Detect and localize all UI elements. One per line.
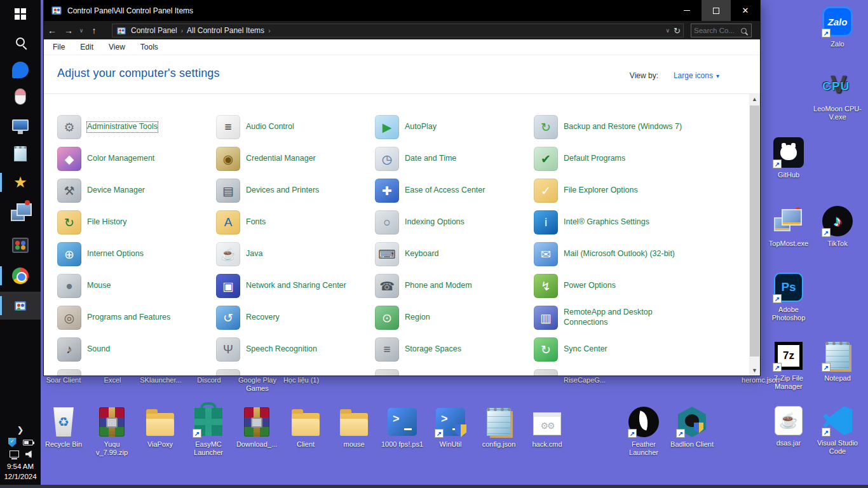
desktop-icon-feather-launcher[interactable]: ↗Feather Launcher — [619, 405, 668, 457]
desktop-icon-7-zip-file-manager[interactable]: 7z↗7-Zip File Manager — [764, 339, 813, 391]
cp-item-clipped[interactable] — [54, 365, 213, 376]
taskbar-item-computer[interactable] — [0, 111, 41, 139]
cp-item[interactable]: ✓File Explorer Options — [531, 175, 689, 207]
desktop-icon-dsas-jar[interactable]: dsas.jar — [764, 404, 813, 447]
cp-item[interactable]: ↻File History — [54, 207, 213, 238]
security-shield-icon[interactable]: ✓ — [8, 438, 17, 447]
taskbar-item-control-panel[interactable] — [0, 292, 41, 320]
battery-icon[interactable] — [23, 440, 33, 445]
taskbar-item-cortana-blob[interactable] — [0, 56, 41, 84]
taskbar-item-chrome[interactable] — [0, 262, 41, 290]
cp-item[interactable]: ΨSpeech Recognition — [213, 334, 372, 365]
network-icon[interactable] — [10, 451, 19, 458]
cp-item[interactable]: ↻Backup and Restore (Windows 7) — [531, 111, 689, 143]
search-box[interactable] — [691, 24, 752, 37]
menu-item-edit[interactable]: Edit — [80, 43, 93, 51]
cp-item[interactable]: ☕Java — [213, 238, 372, 270]
search-input[interactable] — [691, 27, 741, 34]
desktop-icon-github[interactable]: ↗GitHub — [764, 136, 813, 179]
address-dropdown-chevron[interactable]: ∨ — [666, 27, 670, 34]
cp-item[interactable]: ↻Sync Center — [531, 334, 689, 365]
cp-item[interactable]: ⚙Administrative Tools — [54, 111, 213, 143]
back-button[interactable]: ← — [44, 25, 60, 36]
cp-item-clipped[interactable] — [213, 365, 372, 376]
desktop-icon-viapoxy[interactable]: ViaPoxy — [135, 405, 185, 449]
taskbar-item-starred-app[interactable]: ★ — [0, 168, 41, 196]
scrollbar[interactable]: ▲ ▼ — [749, 94, 760, 376]
cp-item[interactable]: ◆Color Management — [54, 143, 213, 175]
cp-item[interactable]: ↯Power Options — [531, 270, 689, 302]
desktop-icon-mouse[interactable]: mouse — [329, 405, 379, 449]
cp-item[interactable]: ≡Audio Control — [213, 111, 372, 143]
cp-item[interactable]: ✚Ease of Access Center — [372, 175, 531, 207]
desktop-icon-config-json[interactable]: config.json — [474, 405, 524, 449]
cp-item[interactable]: ✉Mail (Microsoft Outlook) (32-bit) — [531, 238, 689, 270]
cp-item[interactable]: ▶AutoPlay — [372, 111, 531, 143]
maximize-button[interactable] — [702, 0, 731, 21]
taskbar-item-color-dots-app[interactable] — [0, 231, 41, 259]
menu-item-tools[interactable]: Tools — [140, 43, 158, 51]
desktop-icon-zalo[interactable]: Zalo↗Zalo — [813, 5, 862, 48]
desktop-icon-leomoon-cpu-v-exe[interactable]: LeoMoon CPU-V.exe — [813, 70, 862, 121]
cp-item[interactable]: ⚒Device Manager — [54, 175, 213, 207]
cp-item[interactable]: ▤Devices and Printers — [213, 175, 372, 207]
up-button[interactable]: ↑ — [86, 25, 102, 36]
desktop-icon-download-[interactable]: Download_... — [232, 405, 281, 449]
cp-item[interactable]: AFonts — [213, 207, 372, 238]
menu-item-view[interactable]: View — [109, 43, 125, 51]
desktop-icon-1000-fps-ps1[interactable]: 1000 fps!.ps1 — [377, 405, 427, 449]
cp-item[interactable]: ▣Network and Sharing Center — [213, 270, 372, 302]
window-titlebar[interactable]: Control Panel\All Control Panel Items ✕ — [44, 0, 760, 21]
desktop-icon-easymc-launcher[interactable]: ↗EasyMC Launcher — [184, 405, 233, 457]
close-button[interactable]: ✕ — [731, 0, 760, 21]
address-field[interactable]: Control Panel›All Control Panel Items› ∨… — [112, 24, 684, 37]
forward-button[interactable]: → — [60, 25, 77, 36]
desktop-icon-tiktok[interactable]: ↗TikTok — [813, 205, 862, 248]
cp-item[interactable]: iIntel® Graphics Settings — [531, 207, 689, 238]
start-button[interactable] — [0, 0, 41, 28]
volume-button[interactable]: )) — [25, 451, 31, 458]
desktop-icon-yuqu-v-7-99-zip[interactable]: Yuqu v_7.99.zip — [87, 405, 137, 457]
cp-item[interactable]: ⊕Internet Options — [54, 238, 213, 270]
taskbar-item-notepad[interactable] — [0, 140, 41, 168]
taskbar-clock[interactable]: 9:54 AM 12/1/2024 — [0, 461, 41, 488]
desktop-icon-visual-studio-code[interactable]: ↗Visual Studio Code — [813, 404, 862, 456]
cp-item[interactable]: ◷Date and Time — [372, 143, 531, 175]
cp-item[interactable]: ≡Storage Spaces — [372, 334, 531, 365]
taskbar-search-button[interactable] — [0, 28, 41, 56]
breadcrumb-item[interactable]: Control Panel — [131, 26, 177, 35]
minimize-button[interactable] — [672, 0, 702, 21]
cp-item[interactable]: ☎Phone and Modem — [372, 270, 531, 302]
cp-item[interactable]: ⌨Keyboard — [372, 238, 531, 270]
scrollbar-thumb[interactable] — [750, 105, 759, 356]
desktop-icon-hack-cmd[interactable]: hack.cmd — [522, 405, 572, 449]
cp-item[interactable]: ⊙Region — [372, 302, 531, 334]
hidden-icons-button[interactable]: ❯ — [0, 425, 41, 435]
cp-item-clipped[interactable] — [531, 365, 689, 376]
scroll-up-arrow[interactable]: ▲ — [749, 94, 760, 104]
desktop-icon-badlion-client[interactable]: ↗Badlion Client — [667, 405, 717, 449]
cp-item[interactable]: ●Mouse — [54, 270, 213, 302]
desktop-icon-recycle-bin[interactable]: Recycle Bin — [39, 405, 88, 449]
cp-item[interactable]: ✔Default Programs — [531, 143, 689, 175]
recent-locations-chevron[interactable]: ∨ — [77, 27, 86, 34]
desktop-icon-adobe-photoshop[interactable]: Ps↗Adobe Photoshop — [764, 271, 813, 322]
desktop-icon-label-partial[interactable]: Học liệu (1) — [273, 376, 330, 384]
refresh-icon[interactable]: ↻ — [674, 26, 681, 36]
cp-item[interactable]: ○Indexing Options — [372, 207, 531, 238]
cp-item[interactable]: ▥RemoteApp and Desktop Connections — [531, 302, 689, 334]
taskbar-item-topmost[interactable] — [0, 197, 41, 225]
view-by-dropdown[interactable]: Large icons — [674, 71, 719, 80]
desktop-icon-notepad[interactable]: ↗Notepad — [813, 339, 862, 383]
cp-item[interactable]: ◎Programs and Features — [54, 302, 213, 334]
desktop-icon-client[interactable]: Client — [281, 405, 330, 449]
desktop-icon-label-partial[interactable]: RiseCapeG... — [556, 376, 613, 384]
menu-item-file[interactable]: File — [53, 43, 65, 51]
taskbar-item-mouse-app[interactable] — [0, 83, 41, 111]
desktop-icon-winutil[interactable]: ↗WinUtil — [426, 405, 475, 449]
desktop-icon-topmost-exe[interactable]: TopMost.exe — [764, 205, 813, 248]
cp-item-clipped[interactable] — [372, 365, 531, 376]
breadcrumb-item[interactable]: All Control Panel Items — [187, 26, 264, 35]
cp-item[interactable]: ◉Credential Manager — [213, 143, 372, 175]
scroll-down-arrow[interactable]: ▼ — [749, 365, 760, 376]
